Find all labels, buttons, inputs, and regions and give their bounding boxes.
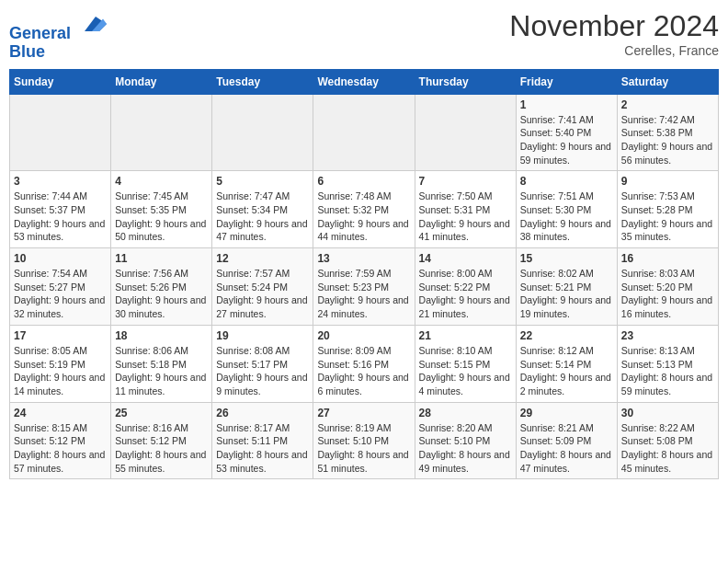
- logo-icon: [77, 9, 107, 39]
- day-detail: Sunrise: 7:41 AMSunset: 5:40 PMDaylight:…: [520, 113, 613, 167]
- calendar-cell: 20Sunrise: 8:09 AMSunset: 5:16 PMDayligh…: [313, 325, 415, 402]
- calendar-table: SundayMondayTuesdayWednesdayThursdayFrid…: [9, 69, 719, 480]
- day-detail: Sunrise: 8:19 AMSunset: 5:10 PMDaylight:…: [317, 421, 410, 476]
- location-subtitle: Cerelles, France: [509, 43, 719, 58]
- day-number: 21: [419, 329, 512, 342]
- day-number: 7: [419, 175, 512, 188]
- day-number: 19: [216, 329, 309, 342]
- day-detail: Sunrise: 8:03 AMSunset: 5:20 PMDaylight:…: [621, 267, 714, 321]
- calendar-cell: 10Sunrise: 7:54 AMSunset: 5:27 PMDayligh…: [10, 248, 111, 326]
- calendar-cell: 8Sunrise: 7:51 AMSunset: 5:30 PMDaylight…: [516, 171, 617, 248]
- day-number: 20: [317, 329, 410, 342]
- calendar-cell: 28Sunrise: 8:20 AMSunset: 5:10 PMDayligh…: [415, 402, 516, 479]
- calendar-cell: 27Sunrise: 8:19 AMSunset: 5:10 PMDayligh…: [313, 402, 415, 479]
- day-number: 8: [520, 175, 613, 188]
- day-number: 3: [14, 175, 107, 188]
- calendar-cell: 11Sunrise: 7:56 AMSunset: 5:26 PMDayligh…: [111, 248, 212, 326]
- weekday-header-thursday: Thursday: [415, 69, 516, 94]
- week-row-1: 1Sunrise: 7:41 AMSunset: 5:40 PMDaylight…: [10, 94, 719, 171]
- day-number: 4: [115, 175, 208, 188]
- day-detail: Sunrise: 8:10 AMSunset: 5:15 PMDaylight:…: [419, 344, 512, 398]
- day-number: 1: [520, 98, 613, 111]
- day-detail: Sunrise: 8:00 AMSunset: 5:22 PMDaylight:…: [419, 267, 512, 321]
- day-number: 14: [419, 252, 512, 265]
- calendar-cell: [415, 94, 516, 171]
- calendar-cell: 6Sunrise: 7:48 AMSunset: 5:32 PMDaylight…: [313, 171, 415, 248]
- calendar-cell: 25Sunrise: 8:16 AMSunset: 5:12 PMDayligh…: [111, 402, 212, 479]
- day-detail: Sunrise: 7:54 AMSunset: 5:27 PMDaylight:…: [14, 267, 107, 321]
- title-block: November 2024 Cerelles, France: [509, 9, 719, 58]
- weekday-header-saturday: Saturday: [617, 69, 718, 94]
- calendar-cell: 30Sunrise: 8:22 AMSunset: 5:08 PMDayligh…: [617, 402, 718, 479]
- day-detail: Sunrise: 8:15 AMSunset: 5:12 PMDaylight:…: [14, 421, 107, 476]
- calendar-cell: 9Sunrise: 7:53 AMSunset: 5:28 PMDaylight…: [617, 171, 718, 248]
- calendar-cell: 5Sunrise: 7:47 AMSunset: 5:34 PMDaylight…: [212, 171, 313, 248]
- logo-blue: Blue: [9, 42, 45, 61]
- calendar-cell: 15Sunrise: 8:02 AMSunset: 5:21 PMDayligh…: [516, 248, 617, 326]
- calendar-cell: 4Sunrise: 7:45 AMSunset: 5:35 PMDaylight…: [111, 171, 212, 248]
- calendar-cell: 7Sunrise: 7:50 AMSunset: 5:31 PMDaylight…: [415, 171, 516, 248]
- calendar-cell: [313, 94, 415, 171]
- calendar-cell: 14Sunrise: 8:00 AMSunset: 5:22 PMDayligh…: [415, 248, 516, 326]
- calendar-cell: 12Sunrise: 7:57 AMSunset: 5:24 PMDayligh…: [212, 248, 313, 326]
- calendar-cell: 19Sunrise: 8:08 AMSunset: 5:17 PMDayligh…: [212, 325, 313, 402]
- logo-general: General: [9, 24, 71, 42]
- day-detail: Sunrise: 8:13 AMSunset: 5:13 PMDaylight:…: [621, 344, 714, 398]
- day-detail: Sunrise: 8:12 AMSunset: 5:14 PMDaylight:…: [520, 344, 613, 398]
- calendar-cell: 26Sunrise: 8:17 AMSunset: 5:11 PMDayligh…: [212, 402, 313, 479]
- day-number: 11: [115, 252, 208, 265]
- page-header: General Blue November 2024 Cerelles, Fra…: [9, 9, 719, 62]
- calendar-cell: 29Sunrise: 8:21 AMSunset: 5:09 PMDayligh…: [516, 402, 617, 479]
- day-number: 28: [419, 407, 512, 419]
- day-number: 25: [115, 407, 208, 419]
- day-detail: Sunrise: 7:59 AMSunset: 5:23 PMDaylight:…: [317, 267, 410, 321]
- day-number: 29: [520, 407, 613, 419]
- day-number: 10: [14, 252, 107, 265]
- day-detail: Sunrise: 8:05 AMSunset: 5:19 PMDaylight:…: [14, 344, 107, 398]
- day-number: 30: [621, 407, 714, 419]
- weekday-header-friday: Friday: [516, 69, 617, 94]
- day-detail: Sunrise: 8:08 AMSunset: 5:17 PMDaylight:…: [216, 344, 309, 398]
- day-number: 12: [216, 252, 309, 265]
- logo: General Blue: [9, 9, 107, 62]
- month-title: November 2024: [509, 9, 719, 43]
- day-detail: Sunrise: 8:17 AMSunset: 5:11 PMDaylight:…: [216, 421, 309, 476]
- day-detail: Sunrise: 7:51 AMSunset: 5:30 PMDaylight:…: [520, 190, 613, 244]
- day-number: 13: [317, 252, 410, 265]
- day-number: 2: [621, 98, 714, 111]
- day-detail: Sunrise: 8:16 AMSunset: 5:12 PMDaylight:…: [115, 421, 208, 476]
- calendar-cell: 3Sunrise: 7:44 AMSunset: 5:37 PMDaylight…: [10, 171, 111, 248]
- day-number: 5: [216, 175, 309, 188]
- weekday-header-tuesday: Tuesday: [212, 69, 313, 94]
- day-detail: Sunrise: 7:45 AMSunset: 5:35 PMDaylight:…: [115, 190, 208, 244]
- day-number: 26: [216, 407, 309, 419]
- day-detail: Sunrise: 7:44 AMSunset: 5:37 PMDaylight:…: [14, 190, 107, 244]
- day-detail: Sunrise: 8:22 AMSunset: 5:08 PMDaylight:…: [621, 421, 714, 476]
- calendar-cell: 16Sunrise: 8:03 AMSunset: 5:20 PMDayligh…: [617, 248, 718, 326]
- day-detail: Sunrise: 7:56 AMSunset: 5:26 PMDaylight:…: [115, 267, 208, 321]
- day-detail: Sunrise: 7:47 AMSunset: 5:34 PMDaylight:…: [216, 190, 309, 244]
- week-row-3: 10Sunrise: 7:54 AMSunset: 5:27 PMDayligh…: [10, 248, 719, 326]
- week-row-5: 24Sunrise: 8:15 AMSunset: 5:12 PMDayligh…: [10, 402, 719, 479]
- weekday-header-sunday: Sunday: [10, 69, 111, 94]
- day-detail: Sunrise: 7:53 AMSunset: 5:28 PMDaylight:…: [621, 190, 714, 244]
- week-row-2: 3Sunrise: 7:44 AMSunset: 5:37 PMDaylight…: [10, 171, 719, 248]
- day-number: 24: [14, 407, 107, 419]
- day-number: 6: [317, 175, 410, 188]
- day-detail: Sunrise: 7:48 AMSunset: 5:32 PMDaylight:…: [317, 190, 410, 244]
- weekday-header-monday: Monday: [111, 69, 212, 94]
- calendar-cell: 21Sunrise: 8:10 AMSunset: 5:15 PMDayligh…: [415, 325, 516, 402]
- calendar-cell: 18Sunrise: 8:06 AMSunset: 5:18 PMDayligh…: [111, 325, 212, 402]
- day-number: 15: [520, 252, 613, 265]
- calendar-cell: [111, 94, 212, 171]
- day-number: 16: [621, 252, 714, 265]
- day-detail: Sunrise: 7:42 AMSunset: 5:38 PMDaylight:…: [621, 113, 714, 167]
- weekday-header-row: SundayMondayTuesdayWednesdayThursdayFrid…: [10, 69, 719, 94]
- day-detail: Sunrise: 8:06 AMSunset: 5:18 PMDaylight:…: [115, 344, 208, 398]
- day-detail: Sunrise: 8:21 AMSunset: 5:09 PMDaylight:…: [520, 421, 613, 476]
- calendar-cell: 24Sunrise: 8:15 AMSunset: 5:12 PMDayligh…: [10, 402, 111, 479]
- calendar-cell: 13Sunrise: 7:59 AMSunset: 5:23 PMDayligh…: [313, 248, 415, 326]
- day-detail: Sunrise: 8:20 AMSunset: 5:10 PMDaylight:…: [419, 421, 512, 476]
- calendar-cell: 17Sunrise: 8:05 AMSunset: 5:19 PMDayligh…: [10, 325, 111, 402]
- calendar-cell: [212, 94, 313, 171]
